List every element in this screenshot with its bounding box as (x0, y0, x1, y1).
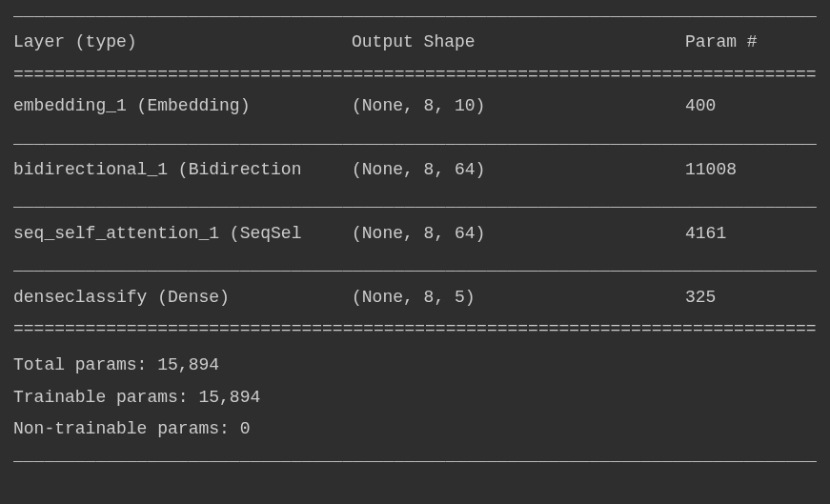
cell-output: (None, 8, 64) (352, 159, 685, 181)
header-layer: Layer (type) (13, 31, 352, 53)
table-row: embedding_1 (Embedding) (None, 8, 10) 40… (13, 86, 817, 127)
divider-line: ________________________________________… (13, 0, 817, 22)
cell-param: 11008 (685, 159, 817, 181)
divider-line: ________________________________________… (13, 128, 817, 150)
cell-param: 325 (685, 287, 817, 309)
non-trainable-params: Non-trainable params: 0 (13, 413, 817, 445)
cell-layer: denseclassify (Dense) (13, 287, 352, 309)
trainable-params: Trainable params: 15,894 (13, 382, 817, 413)
cell-layer: bidirectional_1 (Bidirection (13, 159, 352, 181)
header-output: Output Shape (352, 31, 685, 53)
cell-layer: embedding_1 (Embedding) (13, 95, 352, 117)
header-param: Param # (685, 31, 817, 53)
divider-double-line: ========================================… (13, 64, 817, 86)
summary-section: Total params: 15,894 Trainable params: 1… (13, 340, 817, 445)
cell-param: 400 (685, 95, 817, 117)
table-row: bidirectional_1 (Bidirection (None, 8, 6… (13, 150, 817, 191)
cell-output: (None, 8, 5) (352, 287, 685, 309)
cell-param: 4161 (685, 223, 817, 245)
cell-layer: seq_self_attention_1 (SeqSel (13, 223, 352, 245)
table-header-row: Layer (type) Output Shape Param # (13, 22, 817, 63)
divider-line: ________________________________________… (13, 445, 817, 467)
divider-double-line: ========================================… (13, 318, 817, 340)
total-params: Total params: 15,894 (13, 350, 817, 381)
table-row: seq_self_attention_1 (SeqSel (None, 8, 6… (13, 213, 817, 254)
divider-line: ________________________________________… (13, 254, 817, 276)
cell-output: (None, 8, 64) (352, 223, 685, 245)
divider-line: ________________________________________… (13, 191, 817, 212)
cell-output: (None, 8, 10) (352, 95, 685, 117)
table-row: denseclassify (Dense) (None, 8, 5) 325 (13, 277, 817, 318)
